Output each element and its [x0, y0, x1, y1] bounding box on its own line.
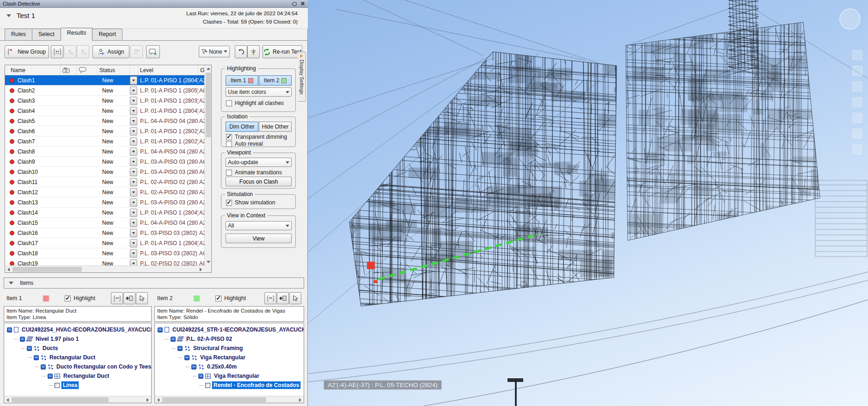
tree-node[interactable]: Structural Framing	[157, 344, 304, 353]
collapse-node-icon[interactable]	[20, 337, 25, 342]
column-comment[interactable]	[77, 65, 98, 75]
show-simulation-checkbox[interactable]	[226, 200, 232, 206]
collapse-test-icon[interactable]	[6, 14, 11, 17]
clash-row-clash12[interactable]: Clash12NewP.L. 02-A-PISO 02 (2804)A2	[5, 187, 211, 197]
status-dropdown-button[interactable]	[130, 229, 137, 237]
clash-row-clash4[interactable]: Clash4NewL.P. 01-A PISO 1 (2804)A2	[5, 106, 211, 116]
collapse-node-icon[interactable]	[191, 364, 196, 369]
status-dropdown-button[interactable]	[130, 209, 137, 217]
clash-row-clash1[interactable]: Clash1NewL.P. 01-A PISO 1 (2804)A2	[5, 75, 211, 86]
column-status[interactable]: Status	[98, 65, 130, 75]
clash-row-clash13[interactable]: Clash13NewP.L. 03-A-PISO 03 (2804)A2	[5, 197, 211, 208]
tree-node-label[interactable]: Rectangular Duct	[62, 372, 110, 380]
nav-tool-icon[interactable]	[852, 144, 862, 154]
item2-color-swatch[interactable]	[281, 78, 287, 83]
nav-tool-icon[interactable]	[852, 97, 862, 107]
undo-button[interactable]	[235, 45, 247, 58]
tab-report[interactable]: Report	[92, 29, 122, 41]
item2-cursor-button[interactable]	[289, 292, 301, 304]
collapse-node-icon[interactable]	[198, 374, 203, 379]
status-dropdown-button[interactable]	[130, 127, 137, 135]
tab-select[interactable]: Select	[32, 29, 61, 41]
tree-node-label[interactable]: Línea	[61, 381, 79, 389]
item2-select-in-scene-button[interactable]	[277, 292, 289, 304]
clash-row-clash5[interactable]: Clash5NewP.L. 04-A-PISO 04 (2804)A2	[5, 116, 211, 126]
collapse-node-icon[interactable]	[34, 355, 39, 360]
item1-tree-scrollbar[interactable]	[4, 396, 151, 403]
tree-node-label[interactable]: CUI2492254_HVAC-IECORAZONJESUS_AYACUCHO	[20, 326, 152, 333]
tree-node[interactable]: CUI2492254_STR-1-IECORAZONJESUS_AYACUCHO	[157, 325, 304, 334]
tree-node-label[interactable]: Ducto Rectangular con Codo y Tees 2	[55, 363, 152, 370]
tree-node[interactable]: Rectangular Duct	[6, 353, 151, 362]
tree-node[interactable]: Ducts	[6, 344, 151, 353]
nav-tool-icon[interactable]	[852, 50, 862, 60]
animate-transitions-checkbox[interactable]	[226, 170, 232, 176]
tree-node-label[interactable]: 0.25x0.40m	[206, 363, 238, 370]
item1-cursor-button[interactable]	[136, 292, 148, 304]
rerun-test-button[interactable]: Re-run Test	[263, 45, 302, 58]
status-dropdown-button[interactable]	[130, 107, 137, 115]
tree-node[interactable]: Rectangular Duct	[6, 371, 151, 381]
focus-on-clash-button[interactable]: Focus on Clash	[226, 177, 292, 186]
viewport-canvas[interactable]	[308, 0, 868, 406]
tree-node[interactable]: CUI2492254_HVAC-IECORAZONJESUS_AYACUCHO	[6, 325, 151, 334]
compact-button[interactable]	[247, 45, 260, 58]
collapse-items-icon[interactable]	[9, 282, 13, 284]
collapse-node-icon[interactable]	[171, 337, 176, 342]
column-level[interactable]: Level	[138, 65, 198, 75]
clash-row-clash14[interactable]: Clash14NewL.P. 01-A PISO 1 (2804)A2	[5, 208, 211, 218]
collapse-node-icon[interactable]	[7, 327, 12, 332]
view-button[interactable]: View	[226, 234, 292, 243]
clash-row-clash8[interactable]: Clash8NewP.L. 04-A-PISO 04 (2803)A2	[5, 147, 211, 157]
clash-row-clash11[interactable]: Clash11NewP.L. 02-A-PISO 02 (2802)A2	[5, 177, 211, 187]
item1-select-in-scene-button[interactable]	[123, 292, 135, 304]
collapse-node-icon[interactable]	[48, 374, 53, 379]
steering-wheel-icon[interactable]	[839, 8, 861, 30]
use-item-colors-select[interactable]: Use item colors	[226, 87, 292, 97]
tree-node[interactable]: Línea	[6, 381, 151, 390]
view-in-context-select[interactable]: All	[226, 221, 292, 230]
status-dropdown-button[interactable]	[130, 117, 137, 125]
tree-node-label[interactable]: CUI2492254_STR-1-IECORAZONJESUS_AYACUCHO	[171, 326, 304, 333]
items-section-header[interactable]: Items	[4, 277, 304, 289]
tree-node[interactable]: P.L. 02-A-PISO 02	[157, 334, 304, 344]
column-name[interactable]: Name	[5, 65, 61, 75]
status-dropdown-button[interactable]	[130, 249, 137, 258]
tree-node[interactable]: Ducto Rectangular con Codo y Tees 2	[6, 362, 151, 371]
tree-node[interactable]: Nivel 1.97 piso 1	[6, 334, 151, 344]
status-dropdown-button[interactable]	[130, 97, 137, 105]
status-dropdown-button[interactable]	[130, 76, 137, 85]
collapse-node-icon[interactable]	[177, 346, 183, 351]
highlight-all-checkbox[interactable]	[226, 100, 232, 106]
group-clashes-button[interactable]	[51, 45, 63, 58]
status-dropdown-button[interactable]	[130, 198, 137, 207]
tab-results[interactable]: Results	[61, 28, 93, 41]
viewpoint-mode-select[interactable]: Auto-update	[226, 158, 292, 167]
new-group-button[interactable]: New Group	[5, 45, 49, 58]
nav-tool-icon[interactable]	[852, 66, 862, 76]
collapse-node-icon[interactable]	[158, 327, 163, 332]
clash-row-clash2[interactable]: Clash2NewL.P. 01-A PISO 1 (2805)AC	[5, 86, 211, 96]
clash-row-clash15[interactable]: Clash15NewP.L. 04-A-PISO 04 (2802)A2	[5, 218, 211, 228]
tree-node-label[interactable]: Rectangular Duct	[48, 354, 97, 361]
status-dropdown-button[interactable]	[130, 219, 137, 227]
status-dropdown-button[interactable]	[130, 178, 137, 186]
collapse-node-icon[interactable]	[27, 346, 32, 351]
item1-color-swatch[interactable]	[248, 78, 253, 83]
tree-node-label[interactable]: Ducts	[41, 344, 59, 352]
status-dropdown-button[interactable]	[130, 239, 137, 247]
hide-other-toggle[interactable]: Hide Other	[259, 122, 292, 132]
status-dropdown-button[interactable]	[130, 86, 137, 95]
add-comment-button[interactable]	[146, 45, 160, 58]
dim-other-toggle[interactable]: Dim Other	[226, 122, 258, 132]
assign-button[interactable]: Assign	[92, 45, 129, 58]
nav-tool-icon[interactable]	[852, 81, 862, 92]
item1-group-button[interactable]	[111, 292, 123, 304]
item2-highlight-checkbox[interactable]	[215, 295, 221, 301]
tree-node-label[interactable]: Viga Rectangular	[199, 354, 247, 361]
nav-tool-icon[interactable]	[852, 129, 862, 139]
tree-node-label[interactable]: Structural Framing	[192, 344, 244, 352]
tab-rules[interactable]: Rules	[5, 29, 32, 41]
tree-node-label[interactable]: Nivel 1.97 piso 1	[34, 335, 80, 343]
tree-node[interactable]: 0.25x0.40m	[157, 362, 304, 371]
